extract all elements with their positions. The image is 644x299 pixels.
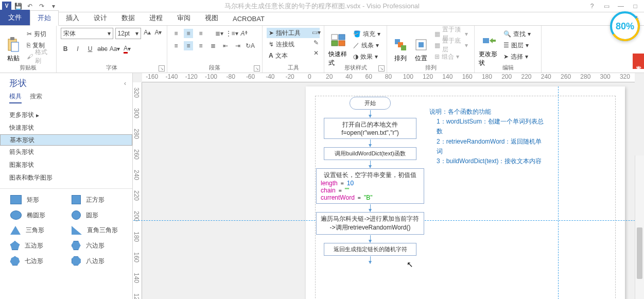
node-traverse[interactable]: 遍历马尔科夫链->进行累加当前字符 ->调用retrieveRandomWord… bbox=[316, 212, 424, 235]
back-icon: ▦ bbox=[434, 42, 440, 49]
align-left-button[interactable]: ≡ bbox=[171, 41, 181, 50]
select-button[interactable]: ➤选择▾ bbox=[501, 51, 533, 62]
annotation-text[interactable]: 说明：各个函数的功能 1：wordListSum：创建一个单词列表总数 2：re… bbox=[429, 107, 548, 166]
indent-inc-button[interactable]: ⇥ bbox=[233, 41, 242, 50]
shrink-font-button[interactable]: A▾ bbox=[154, 28, 163, 37]
tab-view[interactable]: 视图 bbox=[198, 11, 225, 25]
align-middle-button[interactable]: ≡ bbox=[184, 29, 193, 38]
svg-rect-1 bbox=[10, 37, 14, 40]
group-button[interactable]: ⊞组合▾ bbox=[432, 51, 470, 62]
send-back-button[interactable]: ▦置于底层▾ bbox=[432, 40, 470, 50]
shape-octagon[interactable]: 八边形 bbox=[66, 253, 128, 269]
justify-button[interactable]: ≣ bbox=[208, 41, 218, 50]
format-painter-button[interactable]: 🖌格式刷 bbox=[25, 51, 52, 62]
tab-review[interactable]: 审阅 bbox=[170, 11, 198, 25]
more-shapes-item[interactable]: 更多形状▸ bbox=[0, 109, 132, 121]
italic-button[interactable]: I bbox=[73, 44, 82, 54]
rotate-text-button[interactable]: ↻A bbox=[246, 41, 255, 50]
find-button[interactable]: 🔍查找▾ bbox=[501, 29, 533, 39]
shape-pentagon[interactable]: 五边形 bbox=[5, 238, 66, 253]
qat-redo-icon[interactable]: ↷ bbox=[37, 2, 47, 11]
select-icon: ➤ bbox=[503, 53, 509, 60]
arrow-shapes-item[interactable]: 箭头形状 bbox=[0, 146, 132, 159]
flow-arrow bbox=[370, 235, 371, 242]
tab-design[interactable]: 设计 bbox=[86, 11, 114, 25]
font-size-select[interactable]: 12pt▾ bbox=[115, 28, 141, 39]
change-shape-button[interactable]: 更改形状 bbox=[479, 28, 499, 72]
arrange-button[interactable]: 排列 bbox=[391, 28, 410, 72]
align-right-button[interactable]: ≡ bbox=[196, 41, 205, 50]
help-icon[interactable]: ? bbox=[585, 1, 599, 11]
side-red-tab[interactable]: 发表 bbox=[633, 54, 644, 69]
fill-button[interactable]: 🪣填充▾ bbox=[351, 29, 382, 39]
shape-square[interactable]: 正方形 bbox=[66, 192, 128, 207]
bullets-button[interactable]: ≣▾ bbox=[215, 29, 224, 38]
node-start[interactable]: 开始 bbox=[350, 97, 391, 110]
minimize-icon[interactable]: — bbox=[614, 1, 628, 11]
align-top-button[interactable]: ≡ bbox=[171, 29, 181, 38]
node-init-vars[interactable]: 设置链长，空字符串变量，初值值 length = 10 chain = "" c… bbox=[316, 168, 424, 204]
grow-font-button[interactable]: A▴ bbox=[143, 28, 152, 37]
shapestyle-dialog-launcher[interactable]: ↘ bbox=[378, 65, 385, 72]
font-color-button[interactable]: A▾ bbox=[123, 44, 132, 54]
tab-data[interactable]: 数据 bbox=[114, 11, 142, 25]
chart-math-item[interactable]: 图表和数学图形 bbox=[0, 171, 132, 184]
freeform-tool-button[interactable]: ✎ bbox=[311, 38, 321, 47]
vertical-scrollbar[interactable] bbox=[635, 155, 644, 299]
line-button[interactable]: ／线条▾ bbox=[351, 40, 382, 50]
group-editing: 更改形状 🔍查找▾ ☰图层▾ ➤选择▾ 编辑 bbox=[475, 26, 542, 73]
tab-stencil[interactable]: 模具 bbox=[9, 92, 22, 103]
case-button[interactable]: Aa▾ bbox=[110, 44, 119, 54]
tab-home[interactable]: 开始 bbox=[30, 10, 59, 26]
shape-right-triangle[interactable]: 直角三角形 bbox=[66, 223, 128, 238]
shape-triangle[interactable]: 三角形 bbox=[5, 223, 66, 238]
node-open-file[interactable]: 打开自己的本地文件 f=open(r"wen.txt","r") bbox=[324, 118, 416, 139]
shape-circle[interactable]: 圆形 bbox=[66, 207, 128, 223]
numbering-button[interactable]: ⋮≡▾ bbox=[227, 29, 236, 38]
pattern-shapes-item[interactable]: 图案形状 bbox=[0, 159, 132, 171]
shape-rectangle[interactable]: 矩形 bbox=[5, 192, 66, 207]
tab-file[interactable]: 文件 bbox=[0, 10, 30, 25]
strike-button[interactable]: abc bbox=[98, 44, 107, 54]
shape-heptagon[interactable]: 七边形 bbox=[5, 253, 66, 269]
rectangle-tool-button[interactable]: ▭▾ bbox=[311, 28, 321, 37]
cut-button[interactable]: ✂剪切 bbox=[25, 29, 52, 39]
layers-button[interactable]: ☰图层▾ bbox=[501, 40, 533, 50]
fill-icon: 🪣 bbox=[353, 30, 361, 38]
collapse-icon[interactable]: ‹ bbox=[124, 80, 126, 87]
clear-format-button[interactable]: Aᶲ bbox=[239, 29, 249, 38]
tab-acrobat[interactable]: ACROBAT bbox=[225, 12, 272, 25]
scrollbar-thumb[interactable] bbox=[637, 227, 642, 279]
qat-undo-icon[interactable]: ↶ bbox=[25, 2, 35, 11]
qat-save-icon[interactable]: 💾 bbox=[13, 2, 23, 11]
basic-shapes-item[interactable]: 基本形状 bbox=[0, 134, 132, 146]
canvas[interactable]: 开始 打开自己的本地文件 f=open(r"wen.txt","r") 调用bu… bbox=[142, 82, 635, 299]
underline-button[interactable]: U bbox=[85, 44, 95, 54]
tab-process[interactable]: 进程 bbox=[142, 11, 170, 25]
shape-hexagon[interactable]: 六边形 bbox=[66, 238, 128, 253]
ribbon-collapse-icon[interactable]: ▭ bbox=[600, 1, 613, 11]
tab-insert[interactable]: 插入 bbox=[59, 11, 86, 25]
group-label: 段落 bbox=[209, 64, 220, 72]
canvas-area[interactable]: -160-140-120-100-80-60-40-20020406080100… bbox=[133, 73, 644, 299]
guide-vertical[interactable] bbox=[558, 86, 559, 299]
align-center-button[interactable]: ≡ bbox=[184, 41, 193, 50]
node-return[interactable]: 返回生成指定链长的随机字符 bbox=[324, 243, 416, 256]
page[interactable]: 开始 打开自己的本地文件 f=open(r"wen.txt","r") 调用bu… bbox=[306, 86, 625, 299]
qat-customize-icon[interactable]: ▾ bbox=[48, 2, 59, 11]
crop-tool-button[interactable]: ✕ bbox=[311, 48, 321, 58]
align-bottom-button[interactable]: ≡ bbox=[196, 29, 205, 38]
quick-shapes-item[interactable]: 快速形状 bbox=[0, 121, 132, 134]
font-family-select[interactable]: 宋体▾ bbox=[61, 28, 113, 39]
bold-button[interactable]: B bbox=[61, 44, 70, 54]
paragraph-dialog-launcher[interactable]: ↘ bbox=[254, 65, 260, 72]
effects-button[interactable]: ◑效果▾ bbox=[351, 51, 382, 62]
node-build-dict[interactable]: 调用buildWordDict(text)函数 bbox=[324, 147, 416, 160]
shape-ellipse[interactable]: 椭圆形 bbox=[5, 207, 66, 223]
maximize-icon[interactable]: □ bbox=[629, 1, 642, 11]
font-dialog-launcher[interactable]: ↘ bbox=[159, 65, 165, 72]
change-shape-icon bbox=[481, 32, 497, 49]
tab-search[interactable]: 搜索 bbox=[30, 92, 42, 103]
indent-dec-button[interactable]: ⇤ bbox=[221, 41, 230, 50]
paste-label: 粘贴 bbox=[7, 54, 20, 63]
